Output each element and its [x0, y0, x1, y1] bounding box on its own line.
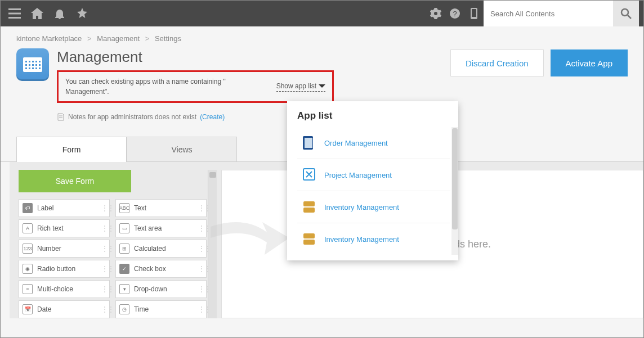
svg-rect-10: [303, 208, 315, 213]
grip-icon: ⋮⋮: [101, 204, 107, 212]
grip-icon: ⋮⋮: [101, 285, 107, 293]
app-item-icon: [302, 167, 317, 183]
field-type-icon: 📅: [23, 304, 33, 314]
field-palette-item[interactable]: ▭Text area⋮⋮: [115, 219, 207, 237]
field-label: Radio button: [37, 265, 75, 273]
field-label: Rich text: [37, 224, 64, 232]
field-label: Date: [37, 305, 51, 313]
field-label: Multi-choice: [37, 285, 73, 293]
grip-icon: ⋮⋮: [101, 305, 107, 313]
app-list-item[interactable]: Inventory Management: [297, 191, 450, 223]
field-type-icon: ≡: [23, 284, 33, 294]
app-item-icon: [302, 231, 317, 247]
breadcrumb-item[interactable]: kintone Marketplace: [16, 34, 82, 43]
app-item-label: Project Management: [324, 171, 392, 179]
tab-form[interactable]: Form: [16, 137, 127, 161]
svg-rect-3: [472, 9, 476, 17]
field-type-icon: ▾: [119, 284, 129, 294]
breadcrumb-item[interactable]: Management: [97, 34, 140, 43]
field-type-icon: ⊞: [119, 244, 129, 254]
home-icon[interactable]: [28, 4, 47, 23]
svg-text:?: ?: [453, 10, 457, 18]
app-item-label: Inventory Management: [324, 235, 399, 244]
activate-button[interactable]: Activate App: [551, 49, 628, 76]
grip-icon: ⋮⋮: [198, 204, 204, 212]
svg-rect-12: [303, 240, 315, 245]
field-type-icon: A: [23, 223, 33, 233]
field-palette-item[interactable]: ✓Check box⋮⋮: [115, 260, 207, 278]
popover-title: App list: [297, 110, 458, 121]
field-palette-item[interactable]: ABCText⋮⋮: [115, 199, 207, 217]
gear-icon[interactable]: [426, 4, 445, 23]
field-type-icon: 123: [23, 244, 33, 254]
svg-rect-9: [303, 201, 315, 206]
search-button[interactable]: [613, 1, 639, 26]
grip-icon: ⋮⋮: [198, 245, 204, 253]
bell-icon[interactable]: [50, 4, 69, 23]
app-item-icon: [302, 135, 317, 151]
field-label: Text: [134, 204, 146, 212]
svg-rect-7: [305, 138, 312, 148]
svg-rect-11: [303, 233, 315, 238]
drop-arrow-icon: [211, 215, 289, 266]
topbar: ?: [1, 1, 643, 26]
discard-button[interactable]: Discard Creation: [450, 49, 544, 76]
grip-icon: ⋮⋮: [101, 224, 107, 232]
field-palette-item[interactable]: ◷Time⋮⋮: [115, 300, 207, 318]
app-item-label: Inventory Management: [324, 203, 399, 211]
breadcrumb: kintone Marketplace > Management > Setti…: [1, 26, 643, 48]
grip-icon: ⋮⋮: [101, 245, 107, 253]
breadcrumb-item: Settings: [155, 34, 181, 43]
field-palette-item[interactable]: ⊞Calculated⋮⋮: [115, 240, 207, 258]
app-list-popover: App list Order ManagementProject Managem…: [287, 101, 458, 260]
app-list-item[interactable]: Inventory Management: [297, 223, 450, 255]
field-type-icon: ABC: [119, 203, 129, 213]
field-label: Number: [37, 245, 61, 253]
svg-line-5: [628, 15, 631, 19]
app-list-item[interactable]: Order Management: [297, 127, 450, 159]
chevron-down-icon: [319, 83, 325, 89]
hint-box: You can check existing apps with a name …: [57, 70, 334, 103]
help-icon[interactable]: ?: [445, 4, 464, 23]
field-palette-item[interactable]: 📅Date⋮⋮: [19, 300, 110, 318]
search-input[interactable]: [484, 1, 613, 26]
show-app-list-toggle[interactable]: Show app list: [276, 82, 325, 92]
tab-views[interactable]: Views: [127, 137, 237, 161]
field-type-icon: ◷: [119, 304, 129, 314]
create-note-link[interactable]: (Create): [200, 113, 225, 121]
field-type-icon: ✓: [119, 264, 129, 274]
field-type-icon: ◉: [23, 264, 33, 274]
grip-icon: ⋮⋮: [198, 224, 204, 232]
app-icon: [16, 48, 49, 81]
grip-icon: ⋮⋮: [198, 285, 204, 293]
field-label: Time: [134, 305, 149, 313]
field-palette-item[interactable]: ◉Radio button⋮⋮: [19, 260, 110, 278]
field-type-icon: ▭: [119, 223, 129, 233]
app-list-item[interactable]: Project Management: [297, 159, 450, 191]
field-label: Calculated: [134, 245, 166, 253]
star-icon[interactable]: [73, 4, 92, 23]
app-item-icon: [302, 199, 317, 215]
field-label: Check box: [134, 265, 166, 273]
field-label: Drop-down: [134, 285, 167, 293]
field-palette-item[interactable]: ≡Multi-choice⋮⋮: [19, 280, 110, 298]
save-form-button[interactable]: Save Form: [19, 170, 131, 192]
field-palette-item[interactable]: ARich text⋮⋮: [19, 219, 110, 237]
field-label: Text area: [134, 224, 162, 232]
app-item-label: Order Management: [324, 139, 388, 147]
popover-scrollbar[interactable]: [451, 127, 458, 255]
field-palette-item[interactable]: 123Number⋮⋮: [19, 240, 110, 258]
note-icon: [57, 113, 65, 121]
field-palette-item[interactable]: ▾Drop-down⋮⋮: [115, 280, 207, 298]
svg-point-4: [621, 9, 628, 16]
mobile-icon[interactable]: [464, 4, 484, 23]
field-palette-item[interactable]: 🏷Label⋮⋮: [19, 199, 110, 217]
field-label: Label: [37, 204, 53, 212]
grip-icon: ⋮⋮: [198, 305, 204, 313]
field-type-icon: 🏷: [23, 203, 33, 213]
search-wrap: [484, 1, 639, 26]
grip-icon: ⋮⋮: [101, 265, 107, 273]
menu-icon[interactable]: [5, 4, 24, 23]
grip-icon: ⋮⋮: [198, 265, 204, 273]
